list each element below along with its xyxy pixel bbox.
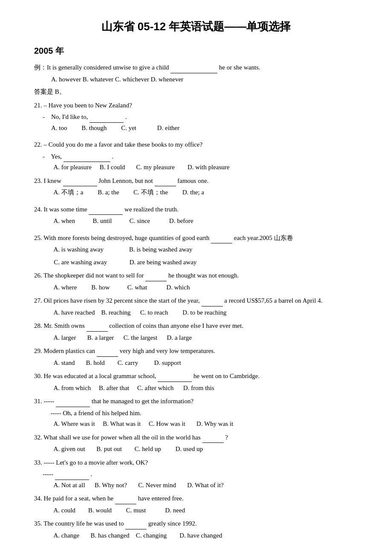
page-title: 山东省 05-12 年英语试题——单项选择 xyxy=(34,17,358,36)
q30-num: 30. xyxy=(34,373,44,379)
q34-num: 34. xyxy=(34,495,44,502)
q26-blank xyxy=(145,281,167,281)
q25-text: 25. With more forests being destroyed, h… xyxy=(34,233,358,244)
question-30: 30. He was educated at a local grammar s… xyxy=(34,371,358,393)
question-27: 27. Oil prices have risen by 32 percent … xyxy=(34,295,358,318)
q35-num: 35. xyxy=(34,520,43,527)
q21-sub: - No, I'd like to, . xyxy=(43,112,358,123)
example-text: 例：It is generally considered unwise to g… xyxy=(34,64,169,71)
q28-options: A. larger B. a larger C. the largest D. … xyxy=(43,332,358,344)
question-21: 21. – Have you been to New Zealand? - No… xyxy=(34,100,358,134)
q25-optionAB: A. is washing away B. is being washed aw… xyxy=(43,244,358,255)
question-22: 22. – Could you do me a favor and take t… xyxy=(34,139,358,173)
q29-text: 29. Modern plastics can very high and ve… xyxy=(34,346,358,357)
question-26: 26. The shopkeeper did not want to sell … xyxy=(34,270,358,293)
q31-num: 31. xyxy=(34,398,44,405)
question-31: 31. ----- that he managed to get the inf… xyxy=(34,396,358,430)
q35-blank xyxy=(125,529,147,529)
year-header: 2005 年 xyxy=(34,43,358,58)
q28-text: 28. Mr. Smith owns collection of coins t… xyxy=(34,321,358,332)
question-28: 28. Mr. Smith owns collection of coins t… xyxy=(34,321,358,343)
question-25: 25. With more forests being destroyed, h… xyxy=(34,233,358,268)
q27-text: 27. Oil prices have risen by 32 percent … xyxy=(34,295,358,306)
q27-options: A. have reached B. reaching C. to reach … xyxy=(43,307,358,318)
q21-num: 21. xyxy=(34,102,44,109)
q32-num: 32. xyxy=(34,434,43,441)
q31-options: A. Where was it B. What was it C. How wa… xyxy=(43,419,358,430)
question-32: 32. What shall we use for power when all… xyxy=(34,432,358,455)
q32-blank xyxy=(202,442,224,443)
example-blank xyxy=(170,73,217,73)
example-block: 例：It is generally considered unwise to g… xyxy=(34,62,358,98)
q27-blank xyxy=(202,306,223,306)
q21-options: A. too B. though C. yet D. either xyxy=(51,123,358,134)
q31-text: 31. ----- that he managed to get the inf… xyxy=(34,396,358,407)
q23-num: 23. xyxy=(34,177,44,184)
q26-num: 26. xyxy=(34,272,43,279)
q21-main: – Have you been to New Zealand? xyxy=(44,102,132,109)
q24-blank xyxy=(89,214,123,215)
q22-main: – Could you do me a favor and take these… xyxy=(44,141,203,148)
question-29: 29. Modern plastics can very high and ve… xyxy=(34,346,358,368)
q27-num: 27. xyxy=(34,297,44,304)
q31-blank xyxy=(56,407,90,407)
q25-optionCD: C. are washing away D. are being washed … xyxy=(43,257,358,268)
example-answer: 答案是 B。 xyxy=(34,87,358,98)
q33-num: 33. xyxy=(34,459,44,466)
q22-num: 22. xyxy=(34,141,44,148)
q32-options: A. given out B. put out C. held up D. us… xyxy=(43,444,358,455)
q35-options: A. change B. has changed C. changing D. … xyxy=(43,530,358,541)
q21-text: 21. – Have you been to New Zealand? xyxy=(34,100,358,111)
q31-sub: ----- Oh, a friend of his helped him. xyxy=(43,408,358,419)
q22-options: A. for pleasure B. I could C. my pleasur… xyxy=(43,162,358,173)
q22-sub: - Yes, . xyxy=(43,151,358,162)
q32-text: 32. What shall we use for power when all… xyxy=(34,432,358,443)
q23-text: 23. I knew John Lennon, but not famous o… xyxy=(34,176,358,187)
q29-options: A. stand B. hold C. carry D. support xyxy=(43,358,358,369)
q29-blank xyxy=(97,356,118,357)
q26-text: 26. The shopkeeper did not want to sell … xyxy=(34,270,358,281)
question-23: 23. I knew John Lennon, but not famous o… xyxy=(34,176,358,198)
q24-options: A. when B. until C. since D. before xyxy=(43,216,358,227)
q33-text: 33. ----- Let's go to a movie after work… xyxy=(34,457,358,468)
q34-blank xyxy=(115,504,136,504)
q22-text: 22. – Could you do me a favor and take t… xyxy=(34,139,358,150)
question-35: 35. The country life he was used to grea… xyxy=(34,518,358,541)
q33-options: A. Not at all B. Why not? C. Never mind … xyxy=(43,480,358,491)
q24-num: 24. xyxy=(34,206,44,213)
question-34: 34. He paid for a seat, when he have ent… xyxy=(34,493,358,516)
example-question: 例：It is generally considered unwise to g… xyxy=(34,62,358,73)
q23-options: A. 不填；a B. a; the C. 不填；the D. the; a xyxy=(43,187,358,198)
q29-num: 29. xyxy=(34,347,44,354)
example-options: A. however B. whatever C. whichever D. w… xyxy=(51,74,358,85)
q33-sub: ----- . xyxy=(43,469,358,480)
q28-num: 28. xyxy=(34,322,44,329)
q30-blank xyxy=(158,382,192,382)
q25-num: 25. xyxy=(34,234,43,241)
q34-text: 34. He paid for a seat, when he have ent… xyxy=(34,493,358,504)
q28-blank xyxy=(86,331,108,332)
question-33: 33. ----- Let's go to a movie after work… xyxy=(34,457,358,491)
q24-text: 24. It was some time we realized the tru… xyxy=(34,204,358,215)
question-24: 24. It was some time we realized the tru… xyxy=(34,204,358,227)
q26-options: A. where B. how C. what D. which xyxy=(43,282,358,293)
q30-text: 30. He was educated at a local grammar s… xyxy=(34,371,358,382)
q34-options: A. could B. would C. must D. need xyxy=(43,505,358,516)
q23-blank1 xyxy=(63,186,97,186)
q25-blank xyxy=(211,243,232,243)
example-text2: he or she wants. xyxy=(219,64,260,71)
q23-blank2 xyxy=(155,186,176,186)
q35-text: 35. The country life he was used to grea… xyxy=(34,518,358,529)
q30-options: A. from which B. after that C. after whi… xyxy=(43,383,358,394)
